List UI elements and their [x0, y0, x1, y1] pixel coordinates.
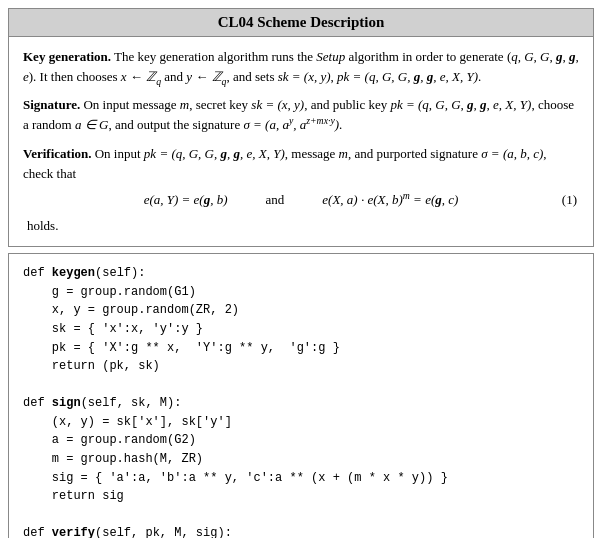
description-box: Key generation. The key generation algor… [8, 36, 594, 247]
title-bar: CL04 Scheme Description [8, 8, 594, 36]
and-word: and [266, 190, 285, 210]
ver-section: Verification. On input pk = (q, G, G, g,… [23, 144, 579, 237]
sig-label: Signature. [23, 97, 80, 112]
keygen-label: Key generation. [23, 49, 111, 64]
code-box: def keygen(self): g = group.random(G1) x… [8, 253, 594, 538]
ver-text: On input pk = (q, G, G, g, g, e, X, Y), … [23, 146, 547, 181]
code-keygen-def: def keygen(self): g = group.random(G1) x… [23, 266, 527, 538]
page-wrapper: CL04 Scheme Description Key generation. … [0, 0, 602, 538]
formula-line: e(a, Y) = e(g, b) and e(X, a) · e(X, b)m… [144, 190, 459, 210]
sig-section: Signature. On input message m, secret ke… [23, 95, 579, 135]
formula-row: e(a, Y) = e(g, b) and e(X, a) · e(X, b)m… [23, 184, 579, 216]
sig-text: On input message m, secret key sk = (x, … [23, 97, 574, 132]
holds-text: holds. [27, 216, 579, 236]
page-title: CL04 Scheme Description [218, 14, 385, 30]
eq-right: e(X, a) · e(X, b)m = e(g, c) [322, 190, 458, 210]
keygen-section: Key generation. The key generation algor… [23, 47, 579, 87]
keygen-text1: The key generation algorithm runs the [111, 49, 316, 64]
eq-number: (1) [562, 190, 577, 210]
eq-left: e(a, Y) = e(g, b) [144, 190, 228, 210]
keygen-setup: Setup [316, 49, 345, 64]
ver-label: Verification. [23, 146, 91, 161]
